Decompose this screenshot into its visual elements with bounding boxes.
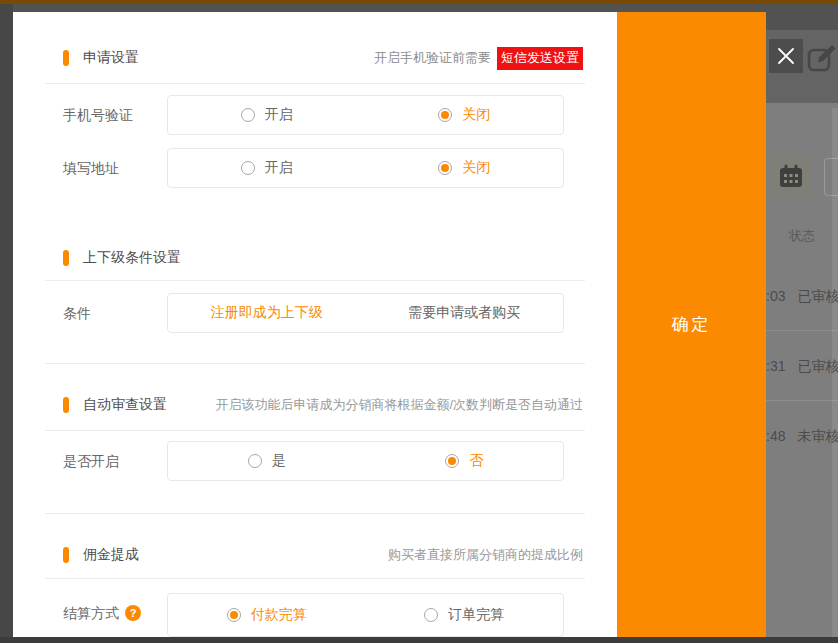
dimmed-left-strip	[0, 4, 13, 643]
row-status: 已审核	[797, 358, 838, 374]
option-label: 开启	[265, 159, 293, 177]
divider	[45, 280, 585, 281]
section-bar-icon	[63, 547, 69, 563]
option-label: 订单完算	[448, 606, 504, 624]
table-row: :03已审核	[766, 288, 838, 306]
form-row-settlement: 结算方式 ? 付款完算 订单完算	[63, 593, 583, 637]
close-icon	[777, 47, 795, 65]
dimmed-button-edge	[824, 158, 838, 196]
text-option-register[interactable]: 注册即成为上下级	[168, 294, 366, 332]
table-row: :48未审核	[766, 428, 838, 446]
radio-checked-icon[interactable]	[438, 161, 452, 175]
dimmed-bottom-strip	[0, 637, 838, 643]
row-label: 条件	[63, 293, 91, 333]
text-option-apply-or-buy[interactable]: 需要申请或者购买	[366, 294, 564, 332]
option-label: 是	[272, 452, 286, 470]
row-label: 手机号验证	[63, 95, 133, 135]
close-button[interactable]	[769, 39, 803, 73]
row-divider	[766, 400, 838, 401]
settings-modal: 申请设置 开启手机验证前需要 短信发送设置 手机号验证 开启 关闭	[13, 12, 617, 637]
option-group: 付款完算 订单完算	[167, 593, 564, 637]
confirm-label: 确定	[672, 313, 712, 336]
divider	[45, 430, 585, 431]
option-label: 关闭	[462, 106, 490, 124]
section-header-apply: 申请设置 开启手机验证前需要 短信发送设置	[63, 48, 583, 68]
screen: 状态 :03已审核 :31已审核 :48未审核 申请设置 开启手机验证前需要 短…	[0, 0, 838, 643]
calendar-button	[771, 156, 811, 196]
form-row-auto-review-enable: 是否开启 是 否	[63, 441, 583, 481]
edit-pencil-icon	[805, 42, 837, 74]
option-label: 否	[469, 452, 483, 470]
section-divider	[45, 363, 585, 364]
option-group: 开启 关闭	[167, 95, 564, 135]
section-title: 自动审查设置	[83, 396, 167, 414]
note-text: 开启手机验证前需要	[374, 49, 491, 67]
option-label: 注册即成为上下级	[211, 304, 323, 322]
radio-icon[interactable]	[241, 108, 255, 122]
help-icon[interactable]: ?	[125, 605, 141, 621]
section-description: 购买者直接所属分销商的提成比例	[388, 546, 583, 564]
radio-icon[interactable]	[248, 454, 262, 468]
radio-option-yes[interactable]: 是	[168, 442, 366, 480]
section-header-commission: 佣金提成 购买者直接所属分销商的提成比例	[63, 545, 583, 565]
option-group: 开启 关闭	[167, 148, 564, 188]
row-label: 结算方式	[63, 593, 119, 633]
divider	[45, 83, 585, 84]
option-label: 关闭	[462, 159, 490, 177]
row-divider	[766, 330, 838, 331]
row-status: 已审核	[797, 288, 838, 304]
radio-option-on[interactable]: 开启	[168, 96, 366, 134]
row-status: 未审核	[797, 428, 838, 444]
option-label: 需要申请或者购买	[408, 304, 520, 322]
form-row-phone-verify: 手机号验证 开启 关闭	[63, 95, 583, 135]
option-group: 是 否	[167, 441, 564, 481]
radio-option-order-settle[interactable]: 订单完算	[366, 594, 564, 636]
section-title: 申请设置	[83, 49, 139, 67]
radio-option-on[interactable]: 开启	[168, 149, 366, 187]
row-label: 是否开启	[63, 441, 119, 481]
section-title: 上下级条件设置	[83, 249, 181, 267]
section-bar-icon	[63, 50, 69, 66]
table-row: :31已审核	[766, 358, 838, 376]
radio-icon[interactable]	[424, 608, 438, 622]
radio-icon[interactable]	[241, 161, 255, 175]
status-column-header: 状态	[789, 227, 815, 245]
section-divider	[45, 513, 585, 514]
radio-option-pay-settle[interactable]: 付款完算	[168, 594, 366, 636]
form-row-fill-address: 填写地址 开启 关闭	[63, 148, 583, 188]
confirm-button[interactable]: 确定	[617, 12, 766, 637]
row-label: 填写地址	[63, 148, 119, 188]
option-group: 注册即成为上下级 需要申请或者购买	[167, 293, 564, 333]
radio-checked-icon[interactable]	[438, 108, 452, 122]
section-header-hierarchy: 上下级条件设置	[63, 248, 583, 268]
form-row-condition: 条件 注册即成为上下级 需要申请或者购买	[63, 293, 583, 333]
radio-option-off[interactable]: 关闭	[366, 96, 564, 134]
section-title: 佣金提成	[83, 546, 139, 564]
radio-option-off[interactable]: 关闭	[366, 149, 564, 187]
radio-checked-icon[interactable]	[227, 608, 241, 622]
section-description: 开启该功能后申请成为分销商将根据金额/次数判断是否自动通过	[215, 396, 583, 414]
section-bar-icon	[63, 397, 69, 413]
row-time: :31	[766, 358, 785, 374]
section-header-auto-review: 自动审查设置 开启该功能后申请成为分销商将根据金额/次数判断是否自动通过	[63, 395, 583, 415]
sms-settings-link[interactable]: 短信发送设置	[497, 47, 583, 70]
divider	[45, 578, 585, 579]
row-time: :48	[766, 428, 785, 444]
radio-checked-icon[interactable]	[445, 454, 459, 468]
section-bar-icon	[63, 250, 69, 266]
option-label: 开启	[265, 106, 293, 124]
radio-option-no[interactable]: 否	[366, 442, 564, 480]
option-label: 付款完算	[251, 606, 307, 624]
row-time: :03	[766, 288, 785, 304]
